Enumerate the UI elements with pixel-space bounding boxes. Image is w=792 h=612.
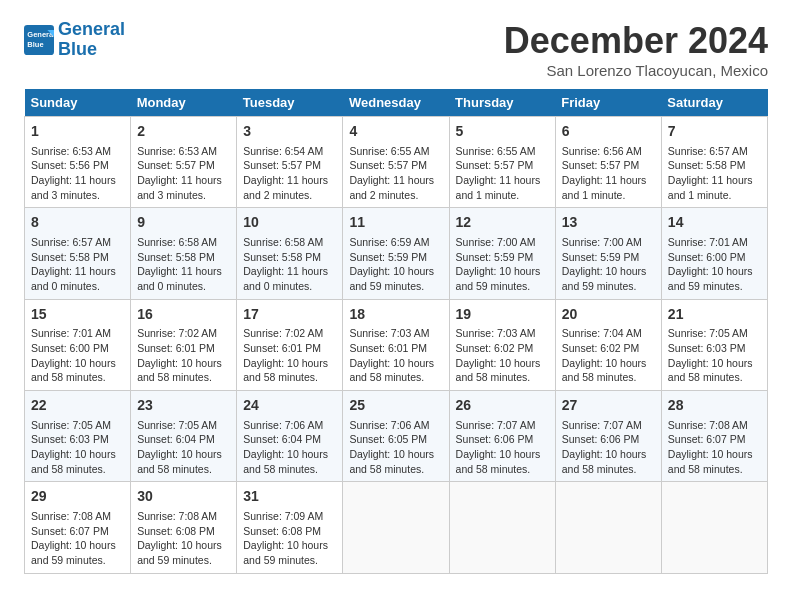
header-row: SundayMondayTuesdayWednesdayThursdayFrid… bbox=[25, 89, 768, 117]
day-number: 16 bbox=[137, 305, 230, 325]
header-day-thursday: Thursday bbox=[449, 89, 555, 117]
day-number: 22 bbox=[31, 396, 124, 416]
sunset: Sunset: 6:03 PM bbox=[31, 433, 109, 445]
calendar-cell: 14Sunrise: 7:01 AMSunset: 6:00 PMDayligh… bbox=[661, 208, 767, 299]
day-number: 8 bbox=[31, 213, 124, 233]
day-number: 17 bbox=[243, 305, 336, 325]
day-number: 21 bbox=[668, 305, 761, 325]
daylight: Daylight: 10 hours and 59 minutes. bbox=[137, 539, 222, 566]
day-number: 1 bbox=[31, 122, 124, 142]
daylight: Daylight: 10 hours and 58 minutes. bbox=[456, 357, 541, 384]
calendar-cell: 21Sunrise: 7:05 AMSunset: 6:03 PMDayligh… bbox=[661, 299, 767, 390]
day-number: 13 bbox=[562, 213, 655, 233]
logo-icon: General Blue bbox=[24, 25, 54, 55]
day-number: 29 bbox=[31, 487, 124, 507]
day-number: 15 bbox=[31, 305, 124, 325]
day-number: 27 bbox=[562, 396, 655, 416]
daylight: Daylight: 11 hours and 3 minutes. bbox=[137, 174, 222, 201]
daylight: Daylight: 11 hours and 0 minutes. bbox=[137, 265, 222, 292]
day-number: 9 bbox=[137, 213, 230, 233]
daylight: Daylight: 10 hours and 58 minutes. bbox=[562, 357, 647, 384]
day-number: 4 bbox=[349, 122, 442, 142]
sunset: Sunset: 6:00 PM bbox=[668, 251, 746, 263]
day-number: 20 bbox=[562, 305, 655, 325]
daylight: Daylight: 11 hours and 0 minutes. bbox=[31, 265, 116, 292]
calendar-week-3: 15Sunrise: 7:01 AMSunset: 6:00 PMDayligh… bbox=[25, 299, 768, 390]
sunrise: Sunrise: 7:05 AM bbox=[668, 327, 748, 339]
day-number: 14 bbox=[668, 213, 761, 233]
calendar-cell: 22Sunrise: 7:05 AMSunset: 6:03 PMDayligh… bbox=[25, 391, 131, 482]
calendar-cell: 12Sunrise: 7:00 AMSunset: 5:59 PMDayligh… bbox=[449, 208, 555, 299]
calendar-cell bbox=[343, 482, 449, 573]
calendar-cell: 1Sunrise: 6:53 AMSunset: 5:56 PMDaylight… bbox=[25, 117, 131, 208]
calendar-cell: 10Sunrise: 6:58 AMSunset: 5:58 PMDayligh… bbox=[237, 208, 343, 299]
calendar-week-1: 1Sunrise: 6:53 AMSunset: 5:56 PMDaylight… bbox=[25, 117, 768, 208]
day-number: 6 bbox=[562, 122, 655, 142]
sunset: Sunset: 6:00 PM bbox=[31, 342, 109, 354]
day-number: 19 bbox=[456, 305, 549, 325]
sunset: Sunset: 6:07 PM bbox=[668, 433, 746, 445]
header-day-friday: Friday bbox=[555, 89, 661, 117]
header-day-sunday: Sunday bbox=[25, 89, 131, 117]
sunset: Sunset: 6:01 PM bbox=[137, 342, 215, 354]
sunrise: Sunrise: 7:06 AM bbox=[243, 419, 323, 431]
calendar-week-2: 8Sunrise: 6:57 AMSunset: 5:58 PMDaylight… bbox=[25, 208, 768, 299]
sunset: Sunset: 6:02 PM bbox=[456, 342, 534, 354]
day-number: 5 bbox=[456, 122, 549, 142]
sunset: Sunset: 5:57 PM bbox=[562, 159, 640, 171]
sunrise: Sunrise: 6:57 AM bbox=[668, 145, 748, 157]
sunset: Sunset: 5:56 PM bbox=[31, 159, 109, 171]
logo: General Blue General Blue bbox=[24, 20, 125, 60]
daylight: Daylight: 10 hours and 59 minutes. bbox=[243, 539, 328, 566]
day-number: 10 bbox=[243, 213, 336, 233]
sunrise: Sunrise: 6:59 AM bbox=[349, 236, 429, 248]
sunrise: Sunrise: 7:08 AM bbox=[668, 419, 748, 431]
header-day-monday: Monday bbox=[131, 89, 237, 117]
daylight: Daylight: 10 hours and 58 minutes. bbox=[243, 448, 328, 475]
sunset: Sunset: 5:59 PM bbox=[456, 251, 534, 263]
calendar-cell: 7Sunrise: 6:57 AMSunset: 5:58 PMDaylight… bbox=[661, 117, 767, 208]
daylight: Daylight: 11 hours and 1 minute. bbox=[562, 174, 647, 201]
sunset: Sunset: 5:57 PM bbox=[243, 159, 321, 171]
month-title: December 2024 bbox=[504, 20, 768, 62]
calendar-cell: 26Sunrise: 7:07 AMSunset: 6:06 PMDayligh… bbox=[449, 391, 555, 482]
day-number: 23 bbox=[137, 396, 230, 416]
sunrise: Sunrise: 7:04 AM bbox=[562, 327, 642, 339]
header-day-saturday: Saturday bbox=[661, 89, 767, 117]
sunset: Sunset: 5:58 PM bbox=[243, 251, 321, 263]
sunrise: Sunrise: 7:06 AM bbox=[349, 419, 429, 431]
calendar-cell bbox=[449, 482, 555, 573]
daylight: Daylight: 10 hours and 59 minutes. bbox=[562, 265, 647, 292]
day-number: 24 bbox=[243, 396, 336, 416]
daylight: Daylight: 10 hours and 58 minutes. bbox=[31, 448, 116, 475]
sunset: Sunset: 6:01 PM bbox=[243, 342, 321, 354]
sunset: Sunset: 6:08 PM bbox=[137, 525, 215, 537]
sunset: Sunset: 5:59 PM bbox=[349, 251, 427, 263]
calendar-cell: 11Sunrise: 6:59 AMSunset: 5:59 PMDayligh… bbox=[343, 208, 449, 299]
sunrise: Sunrise: 6:53 AM bbox=[137, 145, 217, 157]
sunrise: Sunrise: 7:01 AM bbox=[668, 236, 748, 248]
calendar-cell: 28Sunrise: 7:08 AMSunset: 6:07 PMDayligh… bbox=[661, 391, 767, 482]
calendar-cell: 27Sunrise: 7:07 AMSunset: 6:06 PMDayligh… bbox=[555, 391, 661, 482]
sunrise: Sunrise: 6:54 AM bbox=[243, 145, 323, 157]
day-number: 28 bbox=[668, 396, 761, 416]
daylight: Daylight: 11 hours and 2 minutes. bbox=[243, 174, 328, 201]
calendar-cell: 8Sunrise: 6:57 AMSunset: 5:58 PMDaylight… bbox=[25, 208, 131, 299]
daylight: Daylight: 11 hours and 1 minute. bbox=[668, 174, 753, 201]
header-day-tuesday: Tuesday bbox=[237, 89, 343, 117]
daylight: Daylight: 10 hours and 59 minutes. bbox=[668, 265, 753, 292]
sunset: Sunset: 6:07 PM bbox=[31, 525, 109, 537]
sunrise: Sunrise: 6:55 AM bbox=[349, 145, 429, 157]
calendar-cell: 31Sunrise: 7:09 AMSunset: 6:08 PMDayligh… bbox=[237, 482, 343, 573]
calendar-cell: 17Sunrise: 7:02 AMSunset: 6:01 PMDayligh… bbox=[237, 299, 343, 390]
day-number: 11 bbox=[349, 213, 442, 233]
sunset: Sunset: 5:57 PM bbox=[349, 159, 427, 171]
sunset: Sunset: 5:58 PM bbox=[668, 159, 746, 171]
sunrise: Sunrise: 7:03 AM bbox=[456, 327, 536, 339]
daylight: Daylight: 10 hours and 58 minutes. bbox=[562, 448, 647, 475]
day-number: 26 bbox=[456, 396, 549, 416]
daylight: Daylight: 10 hours and 58 minutes. bbox=[349, 357, 434, 384]
sunset: Sunset: 5:58 PM bbox=[137, 251, 215, 263]
day-number: 25 bbox=[349, 396, 442, 416]
daylight: Daylight: 10 hours and 59 minutes. bbox=[349, 265, 434, 292]
